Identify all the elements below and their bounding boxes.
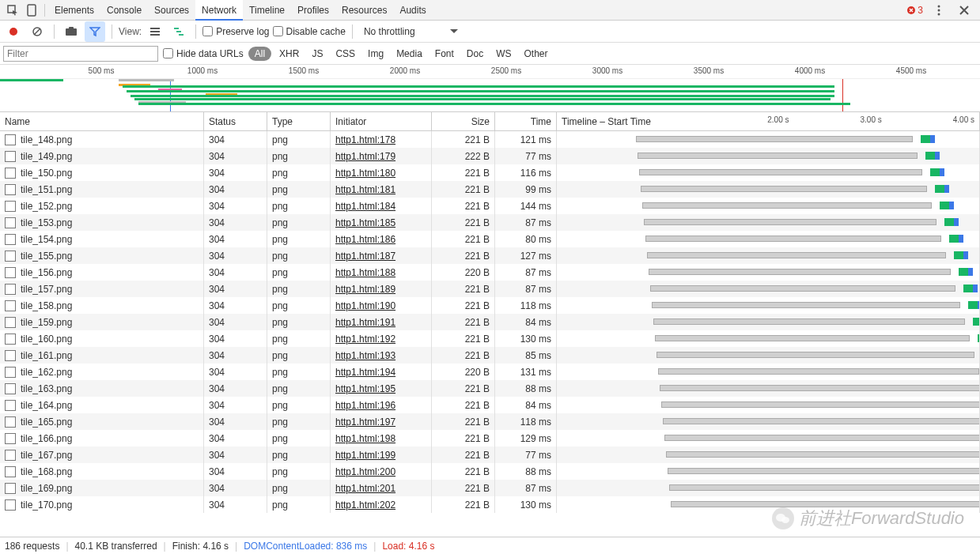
hide-data-urls-checkbox[interactable]: Hide data URLs bbox=[163, 48, 244, 59]
view-waterfall-button[interactable] bbox=[168, 21, 189, 42]
status-transferred: 40.1 KB transferred bbox=[75, 541, 157, 552]
initiator-link[interactable]: http1.html:194 bbox=[335, 367, 395, 378]
initiator-link[interactable]: http1.html:180 bbox=[335, 168, 395, 179]
file-icon bbox=[5, 168, 16, 179]
tab-timeline[interactable]: Timeline bbox=[243, 0, 291, 21]
network-overview[interactable]: 500 ms1000 ms1500 ms2000 ms2500 ms3000 m… bbox=[0, 65, 980, 112]
initiator-link[interactable]: http1.html:200 bbox=[335, 466, 395, 477]
col-status[interactable]: Status bbox=[204, 112, 267, 130]
kebab-menu-icon[interactable] bbox=[929, 1, 948, 20]
col-size[interactable]: Size bbox=[432, 112, 495, 130]
filter-type-font[interactable]: Font bbox=[430, 47, 459, 61]
table-row[interactable]: tile_162.png 304 png http1.html:194 220 … bbox=[0, 364, 980, 380]
initiator-link[interactable]: http1.html:196 bbox=[335, 400, 395, 411]
initiator-link[interactable]: http1.html:185 bbox=[335, 217, 395, 228]
initiator-link[interactable]: http1.html:198 bbox=[335, 433, 395, 444]
initiator-link[interactable]: http1.html:189 bbox=[335, 284, 395, 295]
time-cell: 118 ms bbox=[495, 413, 557, 430]
initiator-link[interactable]: http1.html:186 bbox=[335, 234, 395, 245]
close-icon[interactable] bbox=[955, 1, 974, 20]
ruler-tick: 3000 ms bbox=[592, 66, 622, 75]
tab-resources[interactable]: Resources bbox=[335, 0, 393, 21]
initiator-link[interactable]: http1.html:202 bbox=[335, 499, 395, 511]
table-row[interactable]: tile_151.png 304 png http1.html:181 221 … bbox=[0, 181, 980, 198]
initiator-link[interactable]: http1.html:188 bbox=[335, 267, 395, 278]
device-toggle-icon[interactable] bbox=[22, 1, 41, 20]
table-row[interactable]: tile_150.png 304 png http1.html:180 221 … bbox=[0, 164, 980, 181]
initiator-link[interactable]: http1.html:187 bbox=[335, 251, 395, 262]
initiator-link[interactable]: http1.html:190 bbox=[335, 300, 395, 311]
preserve-log-checkbox[interactable]: Preserve log bbox=[202, 26, 269, 37]
col-time[interactable]: Time bbox=[495, 112, 557, 130]
table-row[interactable]: tile_169.png 304 png http1.html:201 221 … bbox=[0, 480, 980, 496]
timeline-tick: 3.00 s bbox=[861, 115, 882, 127]
initiator-link[interactable]: http1.html:201 bbox=[335, 483, 395, 494]
table-row[interactable]: tile_157.png 304 png http1.html:189 221 … bbox=[0, 281, 980, 297]
table-row[interactable]: tile_165.png 304 png http1.html:197 221 … bbox=[0, 413, 980, 430]
filter-input[interactable] bbox=[3, 46, 158, 62]
initiator-link[interactable]: http1.html:184 bbox=[335, 201, 395, 212]
initiator-link[interactable]: http1.html:195 bbox=[335, 383, 395, 394]
table-row[interactable]: tile_166.png 304 png http1.html:198 221 … bbox=[0, 430, 980, 447]
initiator-link[interactable]: http1.html:192 bbox=[335, 334, 395, 345]
filter-type-img[interactable]: Img bbox=[363, 47, 388, 61]
tab-elements[interactable]: Elements bbox=[48, 0, 100, 21]
initiator-link[interactable]: http1.html:191 bbox=[335, 317, 395, 328]
filter-type-xhr[interactable]: XHR bbox=[274, 47, 304, 61]
col-timeline[interactable]: Timeline – Start Time 2.00 s3.00 s4.00 s bbox=[557, 112, 980, 130]
filter-toggle-button[interactable] bbox=[85, 21, 105, 42]
filter-type-media[interactable]: Media bbox=[392, 47, 427, 61]
table-row[interactable]: tile_153.png 304 png http1.html:185 221 … bbox=[0, 214, 980, 231]
initiator-link[interactable]: http1.html:199 bbox=[335, 450, 395, 461]
tab-network[interactable]: Network bbox=[195, 0, 243, 21]
table-row[interactable]: tile_155.png 304 png http1.html:187 221 … bbox=[0, 247, 980, 264]
throttling-select[interactable]: No throttling bbox=[359, 26, 463, 37]
size-cell: 221 B bbox=[432, 413, 495, 430]
inspect-element-icon[interactable] bbox=[3, 1, 22, 20]
filter-type-doc[interactable]: Doc bbox=[462, 47, 488, 61]
table-row[interactable]: tile_168.png 304 png http1.html:200 221 … bbox=[0, 463, 980, 480]
record-button[interactable] bbox=[3, 21, 24, 42]
table-row[interactable]: tile_154.png 304 png http1.html:186 221 … bbox=[0, 231, 980, 247]
table-row[interactable]: tile_148.png 304 png http1.html:178 221 … bbox=[0, 131, 980, 148]
filter-type-other[interactable]: Other bbox=[520, 47, 553, 61]
initiator-link[interactable]: http1.html:197 bbox=[335, 416, 395, 428]
screenshot-button[interactable] bbox=[61, 21, 81, 42]
disable-cache-checkbox[interactable]: Disable cache bbox=[273, 26, 346, 37]
table-row[interactable]: tile_170.png 304 png http1.html:202 221 … bbox=[0, 496, 980, 513]
table-row[interactable]: tile_159.png 304 png http1.html:191 221 … bbox=[0, 314, 980, 330]
initiator-link[interactable]: http1.html:181 bbox=[335, 184, 395, 195]
separator bbox=[195, 24, 196, 39]
tab-audits[interactable]: Audits bbox=[393, 0, 432, 21]
table-row[interactable]: tile_152.png 304 png http1.html:184 221 … bbox=[0, 198, 980, 214]
initiator-link[interactable]: http1.html:178 bbox=[335, 134, 395, 145]
file-name: tile_155.png bbox=[21, 251, 72, 262]
filter-type-css[interactable]: CSS bbox=[331, 47, 360, 61]
initiator-link[interactable]: http1.html:193 bbox=[335, 350, 395, 361]
error-count[interactable]: 3 bbox=[906, 5, 923, 16]
view-list-button[interactable] bbox=[145, 21, 165, 42]
filter-type-all[interactable]: All bbox=[248, 47, 271, 61]
ruler-tick: 3500 ms bbox=[694, 66, 724, 75]
tab-profiles[interactable]: Profiles bbox=[291, 0, 335, 21]
filter-type-ws[interactable]: WS bbox=[491, 47, 516, 61]
table-row[interactable]: tile_160.png 304 png http1.html:192 221 … bbox=[0, 330, 980, 347]
table-row[interactable]: tile_161.png 304 png http1.html:193 221 … bbox=[0, 347, 980, 364]
table-row[interactable]: tile_158.png 304 png http1.html:190 221 … bbox=[0, 297, 980, 314]
filter-type-js[interactable]: JS bbox=[307, 47, 327, 61]
col-name[interactable]: Name bbox=[0, 112, 204, 130]
network-grid[interactable]: tile_148.png 304 png http1.html:178 221 … bbox=[0, 131, 980, 537]
col-initiator[interactable]: Initiator bbox=[331, 112, 432, 130]
timeline-cell bbox=[557, 314, 980, 330]
initiator-link[interactable]: http1.html:179 bbox=[335, 151, 395, 162]
table-row[interactable]: tile_164.png 304 png http1.html:196 221 … bbox=[0, 397, 980, 413]
clear-button[interactable] bbox=[27, 21, 47, 42]
col-type[interactable]: Type bbox=[267, 112, 331, 130]
table-row[interactable]: tile_149.png 304 png http1.html:179 222 … bbox=[0, 148, 980, 164]
tab-console[interactable]: Console bbox=[100, 0, 148, 21]
table-row[interactable]: tile_156.png 304 png http1.html:188 220 … bbox=[0, 264, 980, 281]
table-row[interactable]: tile_163.png 304 png http1.html:195 221 … bbox=[0, 380, 980, 397]
status-cell: 304 bbox=[204, 463, 267, 480]
table-row[interactable]: tile_167.png 304 png http1.html:199 221 … bbox=[0, 447, 980, 463]
tab-sources[interactable]: Sources bbox=[148, 0, 195, 21]
